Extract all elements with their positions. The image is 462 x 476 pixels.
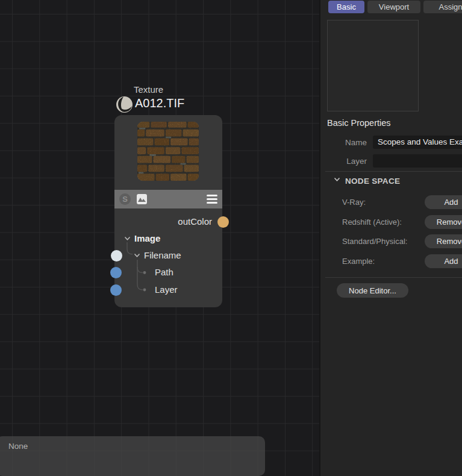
layer-port-label: Layer [155, 284, 178, 295]
standard-physical-label: Standard/Physical: [342, 237, 407, 246]
texture-thumbnail[interactable] [137, 122, 199, 181]
path-port[interactable] [110, 267, 122, 278]
image-port-label: Image [134, 233, 160, 244]
redshift-remove-button[interactable]: Remove [425, 215, 462, 229]
example-add-button-label: Add [444, 257, 458, 266]
node-editor-button[interactable]: Node Editor... [337, 283, 408, 298]
texture-node[interactable]: S [114, 115, 222, 307]
name-field-label: Name [320, 138, 367, 147]
tab-basic-label: Basic [337, 2, 356, 11]
redshift-label: Redshift (Active): [342, 218, 402, 227]
filename-port-label: Filename [144, 250, 181, 261]
standard-remove-button-label: Remove [437, 237, 462, 246]
selection-info-bar: None [0, 436, 265, 476]
vray-label: V-Ray: [342, 198, 366, 207]
image-preview-icon[interactable] [137, 194, 147, 204]
example-label: Example: [342, 257, 375, 266]
vray-add-button-label: Add [444, 198, 458, 207]
redshift-remove-button-label: Remove [437, 218, 462, 227]
node-space-collapse-chevron-icon[interactable] [334, 177, 340, 182]
out-port-label: outColor [178, 216, 212, 227]
filename-port[interactable] [111, 250, 122, 261]
example-add-button[interactable]: Add [425, 254, 462, 268]
application-window: Texture A012.TIF [0, 0, 462, 476]
name-field-input[interactable]: Scopes and Values Exa [373, 136, 462, 149]
selection-info-label: None [8, 442, 28, 451]
divider [325, 277, 462, 278]
image-collapse-chevron-icon[interactable] [124, 236, 131, 241]
layer-field-label: Layer [320, 157, 367, 166]
solo-icon[interactable]: S [119, 193, 131, 205]
node-editor-canvas[interactable]: Texture A012.TIF [0, 0, 319, 476]
material-preview-box [327, 20, 419, 111]
section-title: Basic Properties [327, 118, 391, 128]
node-name-label: A012.TIF [135, 96, 184, 110]
outcolor-port[interactable] [217, 216, 229, 228]
standard-remove-button[interactable]: Remove [425, 234, 462, 248]
vray-add-button[interactable]: Add [425, 195, 462, 209]
filename-collapse-chevron-icon[interactable] [134, 253, 140, 258]
tab-assign[interactable]: Assign [423, 1, 462, 13]
tab-basic[interactable]: Basic [328, 1, 364, 13]
tab-assign-label: Assign [439, 2, 462, 11]
layer-port[interactable] [110, 284, 122, 296]
attribute-panel: Basic Viewport Assign Basic Properties N… [319, 0, 462, 476]
divider [325, 171, 462, 172]
texture-sphere-icon [116, 96, 133, 113]
tab-viewport-label: Viewport [379, 2, 409, 11]
tab-viewport[interactable]: Viewport [367, 1, 420, 13]
node-space-section-header[interactable]: NODE SPACE [345, 177, 400, 186]
node-menu-icon[interactable] [207, 195, 217, 204]
node-editor-button-label: Node Editor... [349, 286, 396, 295]
layer-field-input[interactable] [373, 154, 462, 168]
node-icon-bar: S [114, 190, 222, 208]
node-type-label: Texture [134, 84, 163, 95]
path-port-label: Path [155, 267, 173, 278]
